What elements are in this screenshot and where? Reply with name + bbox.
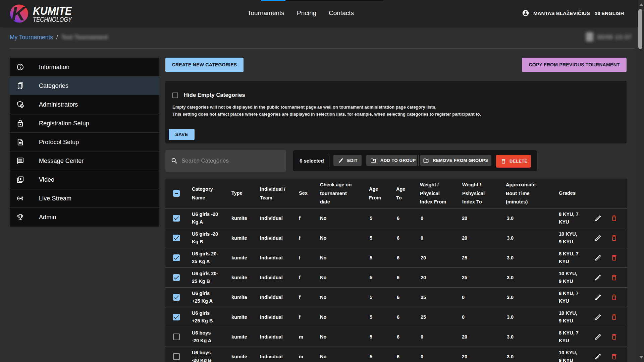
svg-text:K: K — [11, 4, 26, 24]
svg-text:TECHNOLOGY: TECHNOLOGY — [33, 15, 72, 23]
svg-text:KUMITE: KUMITE — [33, 5, 72, 17]
